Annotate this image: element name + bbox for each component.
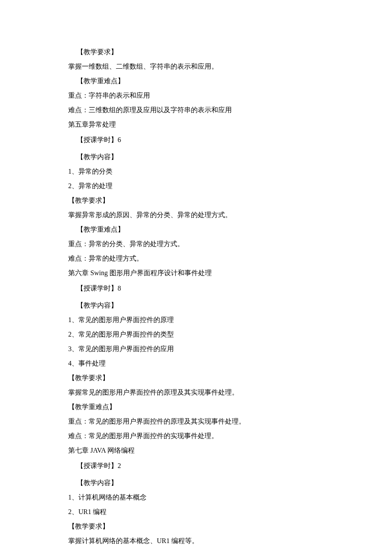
text-line: 重点：常见的图形用户界面控件的原理及其实现事件处理。 — [68, 416, 324, 427]
text-line: 【授课学时】6 — [68, 135, 324, 145]
text-line: 【授课学时】2 — [68, 461, 324, 471]
text-line: 2、常见的图形用户界面控件的类型 — [68, 329, 324, 340]
text-line: 【教学重难点】 — [68, 224, 324, 235]
text-line: 【授课学时】8 — [68, 283, 324, 293]
text-line: 重点：字符串的表示和应用 — [68, 90, 324, 101]
text-line: 【教学内容】 — [68, 478, 324, 488]
text-line: 1、异常的分类 — [68, 166, 324, 177]
text-line: 2、异常的处理 — [68, 181, 324, 191]
text-line: 第五章异常处理 — [68, 119, 324, 130]
text-line: 掌握常见的图形用户界面控件的原理及其实现事件处理。 — [68, 387, 324, 398]
text-line: 【教学内容】 — [68, 152, 324, 162]
text-line: 【教学要求】 — [68, 373, 324, 383]
text-line: 掌握计算机网络的基本概念、UR1 编程等。 — [68, 536, 324, 546]
text-line: 重点：异常的分类、异常的处理方式。 — [68, 239, 324, 249]
text-line: 难点：三维数组的原理及应用以及字符串的表示和应用 — [68, 105, 324, 115]
text-line: 第七章 JAVA 网络编程 — [68, 445, 324, 456]
text-line: 【教学要求】 — [68, 521, 324, 532]
text-line: 第六章 Swing 图形用户界面程序设计和事件处理 — [68, 268, 324, 278]
text-line: 1、计算机网络的基本概念 — [68, 492, 324, 503]
text-line: 难点：常见的图形用户界面控件的实现事件处理。 — [68, 431, 324, 441]
text-line: 1、常见的图形用户界面控件的原理 — [68, 315, 324, 325]
text-line: 3、常见的图形用户界面控件的应用 — [68, 344, 324, 354]
text-line: 【教学重难点】 — [68, 402, 324, 412]
text-line: 难点：异常的处理方式。 — [68, 253, 324, 264]
text-line: 2、UR1 编程 — [68, 507, 324, 517]
text-line: 掌握一维数组、二维数组、字符串的表示和应用。 — [68, 61, 324, 72]
text-line: 掌握异常形成的原因、异常的分类、异常的处理方式。 — [68, 210, 324, 220]
text-line: 【教学重难点】 — [68, 76, 324, 86]
text-line: 【教学要求】 — [68, 195, 324, 206]
text-line: 4、事件处理 — [68, 358, 324, 369]
text-line: 【教学要求】 — [68, 47, 324, 57]
text-line: 【教学内容】 — [68, 300, 324, 311]
document-body: 【教学要求】掌握一维数组、二维数组、字符串的表示和应用。【教学重难点】重点：字符… — [68, 47, 324, 546]
